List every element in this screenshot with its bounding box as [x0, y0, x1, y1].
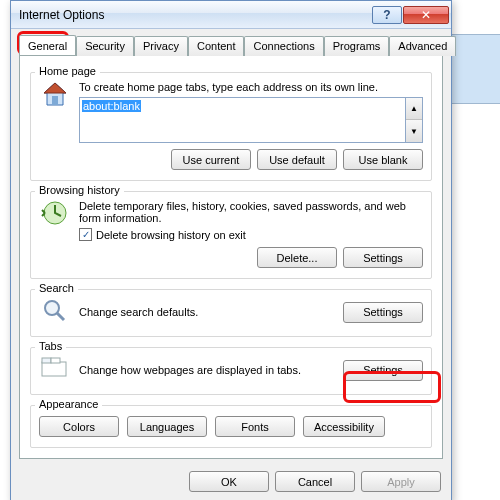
colors-button[interactable]: Colors	[39, 416, 119, 437]
tab-connections[interactable]: Connections	[244, 36, 323, 56]
tab-content[interactable]: Content	[188, 36, 245, 56]
accessibility-button[interactable]: Accessibility	[303, 416, 385, 437]
group-appearance: Appearance Colors Languages Fonts Access…	[30, 405, 432, 448]
svg-rect-8	[51, 358, 60, 363]
window-title: Internet Options	[19, 8, 371, 22]
use-default-button[interactable]: Use default	[257, 149, 337, 170]
close-button[interactable]: ✕	[403, 6, 449, 24]
tabs-settings-button[interactable]: Settings	[343, 360, 423, 381]
svg-line-5	[57, 313, 64, 320]
apply-button[interactable]: Apply	[361, 471, 441, 492]
tab-programs[interactable]: Programs	[324, 36, 390, 56]
svg-rect-6	[42, 362, 66, 376]
delete-on-exit-label: Delete browsing history on exit	[96, 229, 246, 241]
use-current-button[interactable]: Use current	[171, 149, 251, 170]
svg-rect-1	[52, 96, 58, 105]
svg-rect-7	[42, 358, 51, 363]
tab-panel-general: Home page To create home page tabs, type…	[19, 55, 443, 459]
browsing-history-desc: Delete temporary files, history, cookies…	[79, 200, 423, 224]
home-page-address-input[interactable]: about:blank	[79, 97, 406, 143]
home-page-desc: To create home page tabs, type each addr…	[79, 81, 423, 93]
group-home-page: Home page To create home page tabs, type…	[30, 72, 432, 181]
tab-bar: General Security Privacy Content Connect…	[11, 29, 451, 55]
history-settings-button[interactable]: Settings	[343, 247, 423, 268]
group-search: Search Change search defaults. Settings	[30, 289, 432, 337]
svg-marker-2	[44, 83, 66, 93]
tab-advanced[interactable]: Advanced	[389, 36, 456, 56]
internet-options-dialog: Internet Options ? ✕ General Security Pr…	[10, 0, 452, 500]
spin-up-icon[interactable]: ▲	[406, 98, 422, 120]
search-settings-button[interactable]: Settings	[343, 302, 423, 323]
group-home-page-legend: Home page	[35, 65, 100, 77]
home-page-spin[interactable]: ▲ ▼	[406, 97, 423, 143]
svg-point-4	[45, 301, 59, 315]
delete-on-exit-checkbox[interactable]: ✓	[79, 228, 92, 241]
help-button[interactable]: ?	[372, 6, 402, 24]
ok-button[interactable]: OK	[189, 471, 269, 492]
search-desc: Change search defaults.	[79, 306, 335, 318]
group-browsing-history: Browsing history Delete temporary files,…	[30, 191, 432, 279]
tab-privacy[interactable]: Privacy	[134, 36, 188, 56]
tab-general[interactable]: General	[19, 35, 76, 55]
cancel-button[interactable]: Cancel	[275, 471, 355, 492]
group-tabs: Tabs Change how webpages are displayed i…	[30, 347, 432, 395]
use-blank-button[interactable]: Use blank	[343, 149, 423, 170]
tabs-icon	[39, 356, 71, 384]
search-icon	[39, 298, 71, 326]
dialog-footer: OK Cancel Apply	[11, 465, 451, 500]
tabs-desc: Change how webpages are displayed in tab…	[79, 364, 335, 376]
group-tabs-legend: Tabs	[35, 340, 66, 352]
home-page-address-value: about:blank	[82, 100, 141, 112]
history-icon	[39, 200, 71, 228]
home-icon	[39, 81, 71, 109]
delete-history-button[interactable]: Delete...	[257, 247, 337, 268]
group-search-legend: Search	[35, 282, 78, 294]
background-toolbar-area	[452, 34, 500, 104]
tab-security[interactable]: Security	[76, 36, 134, 56]
titlebar: Internet Options ? ✕	[11, 1, 451, 29]
titlebar-buttons: ? ✕	[371, 6, 449, 24]
fonts-button[interactable]: Fonts	[215, 416, 295, 437]
languages-button[interactable]: Languages	[127, 416, 207, 437]
group-browsing-history-legend: Browsing history	[35, 184, 124, 196]
group-appearance-legend: Appearance	[35, 398, 102, 410]
spin-down-icon[interactable]: ▼	[406, 120, 422, 142]
